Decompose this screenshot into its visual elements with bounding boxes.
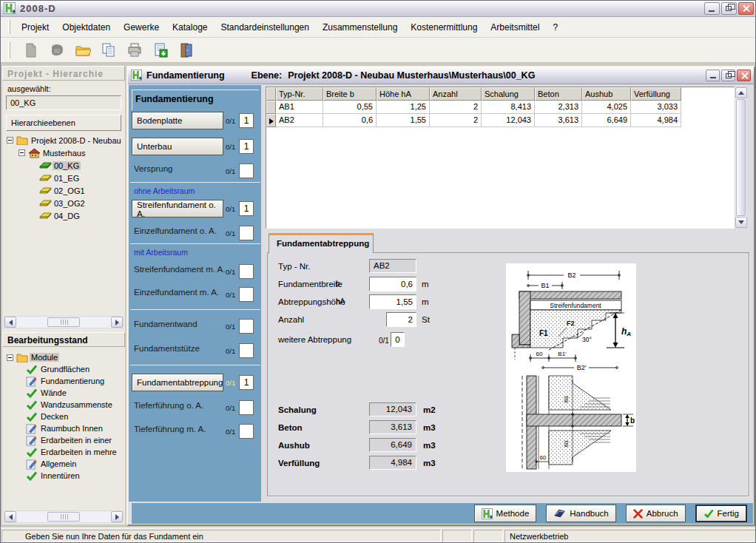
menu-projekt[interactable]: Projekt: [15, 19, 55, 36]
methode-button[interactable]: Methode: [474, 505, 537, 522]
tree-item-project[interactable]: Projekt 2008-D - Neubau: [4, 134, 124, 146]
table-vertical-scrollbar[interactable]: [735, 87, 747, 229]
cell-hoehe: 1,55: [377, 114, 430, 127]
menu-kataloge[interactable]: Kataloge: [166, 19, 214, 36]
menu-standardeinstellungen[interactable]: Standardeinstellungen: [214, 19, 315, 36]
weitere-abtreppung-input[interactable]: [391, 332, 405, 347]
count-box[interactable]: [239, 400, 254, 415]
count-box[interactable]: [239, 264, 254, 279]
count-box[interactable]: 1: [239, 139, 254, 154]
fundamentwand-label: Fundamentwand: [134, 320, 198, 328]
menu-gewerke[interactable]: Gewerke: [117, 19, 166, 36]
bodenplatte-button[interactable]: Bodenplatte: [132, 112, 223, 129]
new-document-button[interactable]: [21, 41, 41, 60]
scroll-thumb[interactable]: [47, 317, 80, 327]
collapse-icon[interactable]: [7, 354, 13, 361]
inner-restore-button[interactable]: [721, 70, 735, 81]
row-selector-current[interactable]: [266, 114, 276, 127]
menu-zusammenstellung[interactable]: Zusammenstellung: [316, 19, 404, 36]
fertig-button[interactable]: Fertig: [695, 505, 747, 522]
foundation-row-einzelfundament-ma: Einzelfundament m. A. 0/1: [129, 286, 262, 303]
count-box[interactable]: 1: [239, 375, 254, 390]
tree-item-04-dg[interactable]: 04_DG: [4, 209, 124, 222]
module-item[interactable]: Raumbuch Innen: [4, 422, 124, 434]
tab-fundamentabtreppung[interactable]: Fundamentabtreppung: [269, 233, 374, 253]
tree-item-module-root[interactable]: Module: [4, 351, 124, 363]
abtreppungshoehe-input[interactable]: [369, 294, 416, 309]
cell-aushub: 4,025: [582, 101, 631, 114]
scroll-down-button[interactable]: [735, 217, 747, 228]
menu-arbeitsmittel[interactable]: Arbeitsmittel: [484, 19, 546, 36]
tree-item-03-og2[interactable]: 03_OG2: [4, 197, 124, 209]
count-box[interactable]: 1: [239, 201, 254, 216]
tree-item-00-kg[interactable]: 00_KG: [4, 159, 124, 172]
scroll-thumb[interactable]: [47, 512, 80, 522]
unterbau-button[interactable]: Unterbau: [132, 138, 223, 155]
menu-kostenermittlung[interactable]: Kostenermittlung: [404, 19, 484, 36]
copy-button[interactable]: [99, 41, 118, 60]
anzahl-input[interactable]: [386, 312, 416, 327]
count-box[interactable]: 1: [239, 113, 254, 128]
scroll-thumb[interactable]: [736, 99, 746, 216]
count-box[interactable]: [239, 287, 254, 302]
print-button[interactable]: [125, 41, 144, 60]
count-box[interactable]: [239, 319, 254, 334]
exit-button[interactable]: [177, 41, 196, 60]
module-item[interactable]: Wandzusammenste: [4, 399, 124, 411]
scroll-right-button[interactable]: [111, 317, 123, 328]
cell-hoehe: 1,25: [377, 101, 430, 114]
progress-horizontal-scrollbar[interactable]: [4, 510, 124, 523]
abbruch-button[interactable]: Abbruch: [626, 505, 686, 522]
count-box[interactable]: [239, 226, 254, 240]
collapse-icon[interactable]: [7, 137, 13, 144]
dim-60-bottom: 60: [540, 454, 546, 461]
module-item[interactable]: Wände: [4, 387, 124, 399]
collapse-icon[interactable]: [18, 149, 25, 156]
menu-help[interactable]: ?: [546, 19, 564, 36]
scroll-left-button[interactable]: [4, 511, 16, 522]
inner-close-button[interactable]: [737, 70, 751, 81]
tree-item-01-eg[interactable]: 01_EG: [4, 172, 124, 184]
hierarchy-horizontal-scrollbar[interactable]: [4, 316, 124, 328]
column-header: Höhe hA: [377, 87, 430, 101]
close-button[interactable]: [738, 2, 754, 15]
fundamentbreite-input[interactable]: [369, 277, 416, 291]
menu-objektdaten[interactable]: Objektdaten: [55, 19, 117, 36]
count-box[interactable]: [239, 343, 254, 358]
minimize-button[interactable]: [704, 2, 720, 15]
table-row-selected[interactable]: AB2 0,6 1,55 2 12,043 3,613 6,649 4,984: [266, 114, 734, 127]
tree-item-02-og1[interactable]: 02_OG1: [4, 184, 124, 197]
scroll-right-button[interactable]: [111, 511, 123, 522]
module-item[interactable]: Decken: [4, 411, 124, 422]
module-item[interactable]: Erdarbeiten in einer: [4, 434, 124, 446]
foundation-row-versprung: Versprung 0/1: [129, 162, 262, 180]
tree-item-musterhaus[interactable]: Musterhaus: [4, 146, 124, 159]
restore-button[interactable]: [721, 2, 737, 15]
count-box[interactable]: [239, 424, 254, 439]
open-folder-button[interactable]: [73, 41, 92, 60]
level-slab-icon: [39, 199, 53, 207]
table-row[interactable]: AB1 0,55 1,25 2 8,413 2,313 4,025 3,033: [266, 101, 734, 114]
menubar: Projekt Objektdaten Gewerke Kataloge Sta…: [1, 17, 756, 38]
level-path: Projekt 2008-D - Neubau Musterhaus\Muste…: [288, 70, 535, 81]
scroll-up-button[interactable]: [735, 87, 747, 98]
streifenfundament-oa-button[interactable]: Streifenfundament o. A.: [132, 200, 223, 217]
handbuch-button[interactable]: Handbuch: [546, 505, 615, 522]
module-item[interactable]: Allgemein: [4, 458, 124, 470]
module-item[interactable]: Erdarbeiten in mehre: [4, 446, 124, 458]
module-item[interactable]: Fundamentierung: [4, 375, 124, 387]
counter-label: 0/1: [226, 167, 235, 175]
foundation-row-fundamentstuetze: Fundamentstütze 0/1: [129, 342, 262, 360]
module-item[interactable]: Innentüren: [4, 470, 124, 482]
project-tree: Projekt 2008-D - Neubau Musterhaus 00_KG: [4, 134, 124, 222]
scroll-left-button[interactable]: [4, 317, 16, 328]
export-document-button[interactable]: [151, 41, 170, 60]
save-button[interactable]: [47, 41, 67, 60]
module-item[interactable]: Grundflächen: [4, 363, 124, 375]
inner-minimize-button[interactable]: [706, 70, 720, 81]
row-selector[interactable]: [266, 101, 276, 114]
count-box[interactable]: [239, 163, 254, 178]
check-done-icon: [26, 400, 39, 410]
separator: [130, 243, 260, 244]
fundamentabtreppung-button[interactable]: Fundamentabtreppung: [132, 374, 223, 391]
